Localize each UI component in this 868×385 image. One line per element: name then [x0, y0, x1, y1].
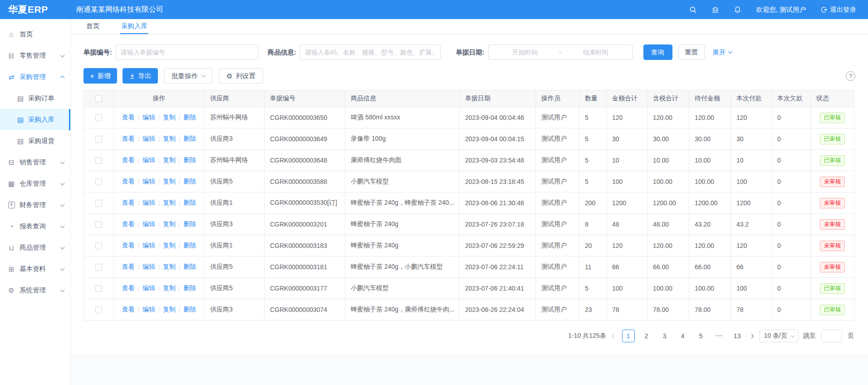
- row-action-view[interactable]: 查看: [122, 114, 135, 121]
- sidebar-item-home[interactable]: ⌂ 首页: [0, 24, 70, 45]
- row-action-copy[interactable]: 复制: [163, 220, 176, 227]
- row-action-edit[interactable]: 编辑: [142, 220, 155, 227]
- logout-button[interactable]: 退出登录: [820, 5, 856, 14]
- page-size-select[interactable]: 10 条/页: [760, 330, 799, 342]
- sidebar-item-system[interactable]: ⚙ 系统管理: [0, 280, 70, 301]
- row-action-edit[interactable]: 编辑: [142, 306, 155, 313]
- sidebar-item-sales[interactable]: ⊟ 销售管理: [0, 152, 70, 173]
- sidebar-item-products[interactable]: ⊔ 商品管理: [0, 237, 70, 258]
- row-checkbox[interactable]: [95, 221, 102, 228]
- row-action-view[interactable]: 查看: [122, 306, 135, 313]
- tab-purchase-inbound[interactable]: 采购入库: [120, 19, 148, 34]
- search-icon[interactable]: [689, 6, 697, 14]
- row-action-delete[interactable]: 删除: [183, 263, 196, 270]
- sidebar-item-warehouse[interactable]: ▦ 仓库管理: [0, 173, 70, 194]
- column-settings-button[interactable]: ⚙ 列设置: [219, 68, 263, 84]
- checkbox-cell: [84, 235, 114, 257]
- sidebar-item-purchase-return[interactable]: ▤ 采购退货: [0, 130, 70, 152]
- export-button[interactable]: 导出: [123, 68, 158, 84]
- row-action-delete[interactable]: 删除: [183, 220, 196, 227]
- row-action-delete[interactable]: 删除: [183, 178, 196, 185]
- end-date-input[interactable]: [562, 48, 629, 56]
- row-action-view[interactable]: 查看: [122, 178, 135, 185]
- row-action-delete[interactable]: 删除: [183, 114, 196, 121]
- row-checkbox[interactable]: [95, 136, 102, 143]
- row-action-view[interactable]: 查看: [122, 199, 135, 206]
- page-button[interactable]: 13: [731, 330, 744, 342]
- row-action-delete[interactable]: 删除: [183, 156, 196, 163]
- bell-icon[interactable]: [734, 6, 741, 14]
- row-action-copy[interactable]: 复制: [163, 178, 176, 185]
- jump-page-input[interactable]: [821, 330, 842, 342]
- date-range-picker[interactable]: ~: [488, 44, 633, 60]
- batch-operations-button[interactable]: 批量操作: [164, 68, 212, 84]
- cell-operator: 测试用户: [536, 214, 579, 235]
- row-checkbox[interactable]: [95, 264, 102, 271]
- checkbox-cell: [84, 128, 114, 150]
- row-action-copy[interactable]: 复制: [163, 114, 176, 121]
- row-action-copy[interactable]: 复制: [163, 284, 176, 291]
- row-checkbox[interactable]: [95, 306, 102, 313]
- platform-bank-icon[interactable]: [711, 6, 719, 14]
- company-name: 南通某某网络科技有限公司: [76, 5, 163, 15]
- start-date-input[interactable]: [491, 48, 559, 56]
- expand-link[interactable]: 展开: [713, 48, 732, 57]
- sidebar-item-finance[interactable]: ¥ 财务管理: [0, 194, 70, 216]
- row-action-edit[interactable]: 编辑: [142, 242, 155, 249]
- row-action-edit[interactable]: 编辑: [142, 263, 155, 270]
- row-checkbox[interactable]: [95, 157, 102, 164]
- row-action-delete[interactable]: 删除: [183, 284, 196, 291]
- row-checkbox[interactable]: [95, 178, 102, 185]
- reset-button[interactable]: 重置: [678, 44, 705, 60]
- sidebar-item-basic-data[interactable]: ⊞ 基本资料: [0, 258, 70, 280]
- row-action-copy[interactable]: 复制: [163, 263, 176, 270]
- sidebar-item-purchase-order[interactable]: ▤ 采购订单: [0, 88, 70, 109]
- row-action-view[interactable]: 查看: [122, 263, 135, 270]
- select-all-checkbox[interactable]: [95, 95, 102, 102]
- action-divider: |: [179, 264, 180, 270]
- row-action-copy[interactable]: 复制: [163, 199, 176, 206]
- next-page-button[interactable]: [748, 335, 755, 338]
- query-button[interactable]: 查询: [643, 44, 672, 60]
- row-action-copy[interactable]: 复制: [163, 156, 176, 163]
- row-checkbox[interactable]: [95, 114, 102, 121]
- row-action-copy[interactable]: 复制: [163, 135, 176, 142]
- row-action-delete[interactable]: 删除: [183, 135, 196, 142]
- row-checkbox[interactable]: [95, 285, 102, 292]
- page-button[interactable]: 2: [640, 330, 653, 342]
- sidebar-item-retail[interactable]: ⊟ 零售管理: [0, 45, 70, 66]
- cell-tax_total: 48.00: [647, 214, 689, 235]
- row-action-edit[interactable]: 编辑: [142, 284, 155, 291]
- row-action-copy[interactable]: 复制: [163, 306, 176, 313]
- row-action-edit[interactable]: 编辑: [142, 114, 155, 121]
- page-button[interactable]: 1: [622, 330, 635, 342]
- page-button[interactable]: 5: [695, 330, 707, 342]
- bill-no-input[interactable]: [116, 44, 259, 60]
- row-action-edit[interactable]: 编辑: [142, 135, 155, 142]
- row-action-copy[interactable]: 复制: [163, 242, 176, 249]
- prev-page-button[interactable]: [611, 335, 618, 338]
- row-action-view[interactable]: 查看: [122, 156, 135, 163]
- sidebar-item-purchase[interactable]: ⇄ 采购管理: [0, 66, 70, 88]
- product-info-input[interactable]: [300, 44, 441, 60]
- row-checkbox[interactable]: [95, 200, 102, 207]
- row-checkbox[interactable]: [95, 242, 102, 249]
- row-action-delete[interactable]: 删除: [183, 306, 196, 313]
- row-action-edit[interactable]: 编辑: [142, 178, 155, 185]
- status-badge: 已审核: [820, 283, 845, 294]
- row-action-view[interactable]: 查看: [122, 242, 135, 249]
- row-action-delete[interactable]: 删除: [183, 242, 196, 249]
- page-button[interactable]: 4: [677, 330, 689, 342]
- row-action-view[interactable]: 查看: [122, 135, 135, 142]
- help-icon[interactable]: ?: [846, 71, 855, 81]
- page-button[interactable]: 3: [658, 330, 671, 342]
- row-action-edit[interactable]: 编辑: [142, 156, 155, 163]
- sidebar-item-purchase-inbound[interactable]: ▤ 采购入库: [0, 109, 70, 130]
- row-action-edit[interactable]: 编辑: [142, 199, 155, 206]
- tab-home[interactable]: 首页: [85, 19, 100, 34]
- sidebar-item-reports[interactable]: ◔ 报表查询: [0, 216, 70, 237]
- row-action-view[interactable]: 查看: [122, 220, 135, 227]
- row-action-view[interactable]: 查看: [122, 284, 135, 291]
- row-action-delete[interactable]: 删除: [183, 199, 196, 206]
- add-button[interactable]: + 新增: [83, 68, 117, 84]
